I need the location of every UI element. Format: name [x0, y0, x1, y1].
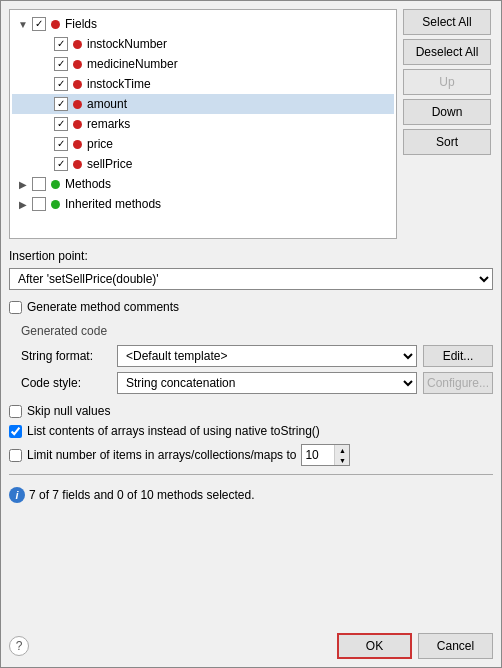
methods-dot-icon — [51, 180, 60, 189]
tree-fields-parent[interactable]: ▼ Fields — [12, 14, 394, 34]
list-contents-checkbox[interactable] — [9, 425, 22, 438]
string-format-select[interactable]: <Default template> — [117, 345, 417, 367]
generate-comments-row: Generate method comments — [9, 300, 493, 314]
limit-number-input[interactable]: 10 — [302, 445, 334, 465]
configure-button[interactable]: Configure... — [423, 372, 493, 394]
methods-label: Methods — [65, 177, 111, 191]
info-text: 7 of 7 fields and 0 of 10 methods select… — [29, 488, 254, 502]
skip-null-label: Skip null values — [27, 404, 110, 418]
code-style-row: Code style: String concatenation Configu… — [21, 372, 493, 394]
instockNumber-checkbox[interactable] — [54, 37, 68, 51]
price-label: price — [87, 137, 113, 151]
inherited-checkbox[interactable] — [32, 197, 46, 211]
tree-item-sellPrice[interactable]: sellPrice — [12, 154, 394, 174]
sellPrice-dot-icon — [73, 160, 82, 169]
list-contents-label: List contents of arrays instead of using… — [27, 424, 320, 438]
string-format-row: String format: <Default template> Edit..… — [21, 345, 493, 367]
generated-code-header-row: Generated code — [21, 324, 493, 340]
skip-null-row: Skip null values — [9, 404, 493, 418]
limit-number-spinner: ▲ ▼ — [334, 445, 349, 465]
deselect-all-button[interactable]: Deselect All — [403, 39, 491, 65]
tree-item-remarks[interactable]: remarks — [12, 114, 394, 134]
amount-dot-icon — [73, 100, 82, 109]
price-dot-icon — [73, 140, 82, 149]
instockTime-dot-icon — [73, 80, 82, 89]
sellPrice-label: sellPrice — [87, 157, 132, 171]
top-section: ▼ Fields instockNumber medicineNumber in… — [9, 9, 493, 239]
remarks-checkbox[interactable] — [54, 117, 68, 131]
sellPrice-checkbox[interactable] — [54, 157, 68, 171]
medicineNumber-checkbox[interactable] — [54, 57, 68, 71]
up-button[interactable]: Up — [403, 69, 491, 95]
limit-number-label: Limit number of items in arrays/collecti… — [27, 448, 296, 462]
instockTime-checkbox[interactable] — [54, 77, 68, 91]
inherited-dot-icon — [51, 200, 60, 209]
bottom-buttons: ? OK Cancel — [9, 629, 493, 659]
tree-container: ▼ Fields instockNumber medicineNumber in… — [9, 9, 397, 239]
side-buttons: Select All Deselect All Up Down Sort — [403, 9, 493, 239]
tree-item-medicineNumber[interactable]: medicineNumber — [12, 54, 394, 74]
tree-item-price[interactable]: price — [12, 134, 394, 154]
dialog: ▼ Fields instockNumber medicineNumber in… — [0, 0, 502, 668]
ok-button[interactable]: OK — [337, 633, 412, 659]
insertion-point-label: Insertion point: — [9, 249, 88, 263]
fields-dot-icon — [51, 20, 60, 29]
skip-null-checkbox[interactable] — [9, 405, 22, 418]
generated-code-label: Generated code — [21, 324, 107, 338]
amount-checkbox[interactable] — [54, 97, 68, 111]
tree-inherited-parent[interactable]: ▶ Inherited methods — [12, 194, 394, 214]
generate-comments-checkbox[interactable] — [9, 301, 22, 314]
limit-number-checkbox[interactable] — [9, 449, 22, 462]
insertion-point-select[interactable]: After 'setSellPrice(double)' — [9, 268, 493, 290]
fields-label: Fields — [65, 17, 97, 31]
sort-button[interactable]: Sort — [403, 129, 491, 155]
tree-item-instockNumber[interactable]: instockNumber — [12, 34, 394, 54]
insertion-point-row: Insertion point: — [9, 249, 493, 263]
limit-number-input-wrap: 10 ▲ ▼ — [301, 444, 350, 466]
limit-number-row: Limit number of items in arrays/collecti… — [9, 444, 493, 466]
instockNumber-dot-icon — [73, 40, 82, 49]
spinner-down-button[interactable]: ▼ — [335, 455, 349, 465]
expand-methods-icon: ▶ — [16, 179, 30, 190]
separator — [9, 474, 493, 475]
amount-label: amount — [87, 97, 127, 111]
edit-button[interactable]: Edit... — [423, 345, 493, 367]
info-icon: i — [9, 487, 25, 503]
tree-item-instockTime[interactable]: instockTime — [12, 74, 394, 94]
insertion-section: Insertion point: After 'setSellPrice(dou… — [9, 245, 493, 294]
down-button[interactable]: Down — [403, 99, 491, 125]
generated-code-section: Generated code String format: <Default t… — [9, 320, 493, 398]
help-icon[interactable]: ? — [9, 636, 29, 656]
medicineNumber-label: medicineNumber — [87, 57, 178, 71]
remarks-dot-icon — [73, 120, 82, 129]
fields-checkbox[interactable] — [32, 17, 46, 31]
code-style-label: Code style: — [21, 376, 111, 390]
spinner-up-button[interactable]: ▲ — [335, 445, 349, 455]
medicineNumber-dot-icon — [73, 60, 82, 69]
tree-item-amount[interactable]: amount — [12, 94, 394, 114]
insertion-select-row: After 'setSellPrice(double)' — [9, 268, 493, 290]
list-contents-row: List contents of arrays instead of using… — [9, 424, 493, 438]
methods-checkbox[interactable] — [32, 177, 46, 191]
expand-fields-icon: ▼ — [16, 19, 30, 30]
tree-methods-parent[interactable]: ▶ Methods — [12, 174, 394, 194]
string-format-label: String format: — [21, 349, 111, 363]
select-all-button[interactable]: Select All — [403, 9, 491, 35]
cancel-button[interactable]: Cancel — [418, 633, 493, 659]
price-checkbox[interactable] — [54, 137, 68, 151]
info-row: i 7 of 7 fields and 0 of 10 methods sele… — [9, 487, 493, 503]
expand-inherited-icon: ▶ — [16, 199, 30, 210]
instockNumber-label: instockNumber — [87, 37, 167, 51]
remarks-label: remarks — [87, 117, 130, 131]
code-style-select[interactable]: String concatenation — [117, 372, 417, 394]
instockTime-label: instockTime — [87, 77, 151, 91]
generate-comments-label: Generate method comments — [27, 300, 179, 314]
inherited-label: Inherited methods — [65, 197, 161, 211]
